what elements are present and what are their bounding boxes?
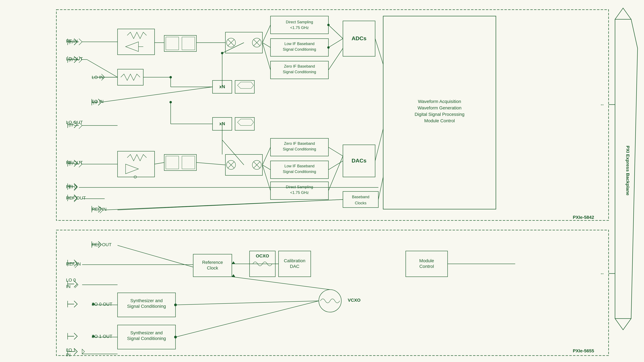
svg-line-110: [328, 39, 343, 47]
lo0-in-label2: IN: [66, 284, 70, 289]
lo-out-top-label: LO OUT: [66, 56, 83, 61]
rx-filter-block: [164, 35, 196, 51]
svg-line-141: [378, 177, 383, 200]
svg-line-124: [262, 147, 270, 165]
svg-marker-52: [82, 349, 84, 354]
pxi-express-label: PXI Express Backplane: [625, 146, 630, 195]
svg-text:↔: ↔: [600, 271, 604, 276]
baseband-clocks-box: [343, 191, 378, 208]
synth-sig-cond-2-l1: Synthesizer and: [130, 330, 163, 335]
adcs-label: ADCs: [352, 35, 366, 41]
module-ctrl-l2: Control: [420, 264, 434, 269]
svg-line-120: [154, 162, 164, 164]
module-ctrl-l1: Module: [419, 258, 434, 263]
direct-sampling-top-box: [270, 16, 328, 34]
direct-sampling-bot-l1: Direct Sampling: [286, 185, 313, 189]
zero-if-top-l1: Zero IF Baseband: [284, 64, 315, 68]
svg-line-140: [375, 129, 383, 161]
svg-line-139: [375, 39, 383, 64]
lo1-out-label: LO 1 OUT: [92, 334, 112, 339]
svg-line-142: [118, 200, 343, 210]
svg-marker-58: [232, 274, 235, 277]
svg-line-126: [262, 165, 270, 191]
synth-sig-cond-1-l2: Signal Conditioning: [127, 304, 166, 309]
zero-if-bot-l2: Signal Conditioning: [283, 147, 316, 151]
pxie-5842-label: PXIe-5842: [573, 215, 594, 220]
diagram-container: text { font-family: Arial, sans-serif; f…: [0, 0, 644, 362]
low-if-bot-l2: Signal Conditioning: [283, 169, 316, 174]
svg-line-57: [232, 277, 330, 290]
low-if-bot-l1: Low IF Baseband: [284, 164, 314, 168]
svg-line-28: [87, 59, 118, 77]
direct-sampling-top-l2: <1.75 GHz: [290, 25, 309, 30]
baseband-clocks-label1: Baseband: [352, 195, 369, 199]
lo-out-mid-label: LO OUT: [66, 120, 83, 125]
svg-point-129: [221, 52, 223, 54]
synth-sig-cond-1-l1: Synthesizer and: [130, 298, 163, 303]
ocxo-label: OCXO: [256, 253, 269, 258]
vcxo-label: VCXO: [348, 298, 360, 303]
svg-line-34: [102, 87, 212, 102]
low-if-top-l1: Low IF Baseband: [284, 41, 314, 46]
svg-point-111: [327, 46, 330, 48]
rx-rf-block: [118, 29, 154, 55]
svg-text:↔: ↔: [600, 102, 604, 107]
dsp-label: Digital Signal Processing: [414, 112, 464, 117]
svg-line-121: [328, 147, 343, 156]
tx-rf-block: [118, 151, 154, 177]
cal-dac-l2: DAC: [290, 264, 299, 269]
waveform-acq-label: Waveform Acquisition: [418, 99, 461, 104]
svg-point-137: [170, 101, 172, 103]
ref-clock-l2: Clock: [207, 266, 218, 271]
svg-line-119: [196, 162, 226, 165]
rf-out-label: RF OUT: [66, 160, 83, 165]
baseband-clocks-label2: Clocks: [355, 201, 366, 205]
direct-sampling-bot-l2: <1.75 GHz: [290, 190, 309, 195]
ref-in-bot-label: REF IN: [66, 261, 81, 266]
svg-marker-60: [232, 261, 235, 264]
zero-if-bot-l1: Zero IF Baseband: [284, 141, 315, 146]
lo-top-block: [118, 69, 143, 85]
pxie-5655-label: PXIe-5655: [573, 348, 594, 353]
low-if-top-l2: Signal Conditioning: [283, 47, 316, 51]
svg-line-122: [328, 161, 343, 170]
lo0-out-connector: [68, 301, 77, 307]
waveform-gen-label: Waveform Generation: [418, 105, 462, 110]
svg-line-44: [118, 245, 193, 267]
svg-line-112: [328, 48, 343, 70]
svg-line-114: [262, 25, 270, 43]
svg-point-109: [327, 24, 330, 26]
module-ctrl-label: Module Control: [424, 118, 455, 123]
synth-sig-cond-2-l2: Signal Conditioning: [127, 336, 166, 341]
cal-dac-l1: Calibration: [284, 258, 306, 263]
tx-filter-block: [164, 154, 196, 171]
lo1-out-connector: [68, 333, 77, 340]
svg-point-54: [174, 304, 177, 306]
svg-point-56: [174, 336, 177, 338]
svg-line-123: [328, 156, 343, 191]
dacs-label: DACs: [352, 157, 366, 164]
zero-if-top-l2: Signal Conditioning: [283, 70, 316, 74]
direct-sampling-top-l1: Direct Sampling: [286, 20, 313, 24]
svg-line-108: [328, 25, 343, 39]
svg-line-55: [176, 301, 319, 337]
svg-line-53: [176, 301, 319, 305]
lo0-out-label: LO 0 OUT: [92, 302, 112, 307]
lo1-in-label2: IN: [66, 352, 70, 357]
ref-clock-l1: Reference: [202, 260, 223, 265]
